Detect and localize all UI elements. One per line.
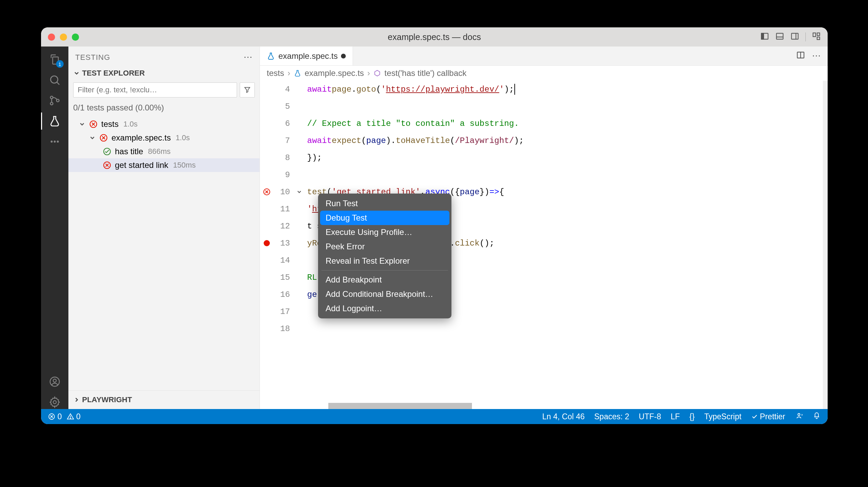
menu-item-execute-using-profile[interactable]: Execute Using Profile… (318, 225, 451, 239)
menu-separator (321, 270, 448, 271)
layout-sidebar-right-icon[interactable] (790, 32, 799, 42)
code-line[interactable]: 18 (260, 320, 828, 337)
menu-item-add-conditional-breakpoint[interactable]: Add Conditional Breakpoint… (318, 287, 451, 301)
accounts-icon[interactable] (48, 375, 62, 389)
svg-line-11 (57, 82, 60, 85)
code-line[interactable]: 7 await expect(page).toHaveTitle(/Playwr… (260, 132, 828, 149)
svg-rect-9 (817, 37, 820, 40)
status-feedback-icon[interactable] (795, 411, 803, 422)
horizontal-scrollbar[interactable] (328, 403, 472, 409)
line-number: 18 (274, 320, 294, 337)
svg-point-14 (56, 99, 59, 102)
test-explorer-section[interactable]: TEST EXPLORER (68, 66, 260, 80)
tree-folder-tests[interactable]: tests 1.0s (68, 117, 260, 131)
breadcrumb-separator: › (288, 68, 290, 78)
breadcrumb[interactable]: tests › example.spec.ts › test('has titl… (260, 66, 828, 81)
status-prettier[interactable]: Prettier (751, 412, 785, 421)
split-editor-icon[interactable] (796, 51, 805, 61)
fail-icon (263, 188, 271, 196)
svg-point-19 (53, 379, 56, 382)
menu-item-debug-test[interactable]: Debug Test (320, 211, 449, 225)
search-icon[interactable] (48, 73, 62, 87)
explorer-icon[interactable]: 1 (48, 53, 62, 66)
breadcrumb-item[interactable]: test('has title') callback (384, 68, 466, 78)
more-icon[interactable] (48, 135, 62, 148)
section-label: TEST EXPLORER (82, 69, 145, 78)
more-actions-icon[interactable]: ⋯ (812, 51, 821, 61)
svg-rect-7 (813, 33, 816, 37)
layout-panel-icon[interactable] (775, 32, 784, 42)
customize-layout-icon[interactable] (812, 32, 821, 42)
breadcrumb-item[interactable]: example.spec.ts (305, 68, 364, 78)
tab-label: example.spec.ts (278, 51, 338, 61)
tab-example-spec[interactable]: example.spec.ts (260, 47, 353, 65)
tree-label: tests (101, 119, 119, 129)
sidebar-more-icon[interactable]: ⋯ (244, 52, 253, 63)
testing-sidebar: TESTING ⋯ TEST EXPLORER 0/1 tests passed… (68, 47, 260, 409)
status-eol[interactable]: LF (671, 412, 680, 421)
editor-tabs: example.spec.ts ⋯ (260, 47, 828, 66)
settings-gear-icon[interactable] (48, 395, 62, 409)
layout-sidebar-left-icon[interactable] (760, 32, 769, 42)
source-control-icon[interactable] (48, 94, 62, 107)
minimize-window-button[interactable] (60, 34, 67, 41)
fail-icon (89, 120, 98, 129)
beaker-icon (294, 69, 301, 77)
status-bell-icon[interactable] (813, 411, 821, 422)
tree-time: 1.0s (175, 133, 190, 142)
code-line[interactable]: 9 (260, 166, 828, 183)
menu-item-peek-error[interactable]: Peek Error (318, 239, 451, 254)
code-line[interactable]: 8}); (260, 149, 828, 166)
status-position[interactable]: Ln 4, Col 46 (542, 412, 584, 421)
tab-dirty-indicator (341, 54, 346, 58)
line-number: 9 (274, 166, 294, 183)
breadcrumb-separator: › (367, 68, 370, 78)
line-number: 13 (274, 235, 294, 252)
tree-test-has-title[interactable]: has title 866ms (68, 145, 260, 158)
menu-item-add-breakpoint[interactable]: Add Breakpoint (318, 273, 451, 287)
chevron-down-icon (73, 70, 80, 77)
menu-item-run-test[interactable]: Run Test (318, 196, 451, 211)
tree-time: 150ms (173, 161, 196, 170)
status-language[interactable]: TypeScript (704, 412, 741, 421)
tree-file-example[interactable]: example.spec.ts 1.0s (68, 131, 260, 145)
tree-label: get started link (115, 160, 168, 170)
playwright-section[interactable]: PLAYWRIGHT (68, 390, 260, 409)
testing-icon[interactable] (48, 114, 62, 128)
status-braces[interactable]: {} (689, 412, 695, 421)
code-line[interactable]: 6 // Expect a title "to contain" a subst… (260, 115, 828, 132)
symbol-icon (373, 69, 381, 77)
breadcrumb-item[interactable]: tests (267, 68, 284, 78)
svg-point-20 (53, 401, 56, 404)
status-encoding[interactable]: UTF-8 (639, 412, 661, 421)
line-number: 7 (274, 132, 294, 149)
beaker-icon (267, 52, 275, 60)
code-editor[interactable]: 4 await page.goto('https://playwright.de… (260, 81, 828, 409)
svg-rect-5 (791, 33, 798, 39)
line-number: 4 (274, 81, 294, 98)
line-number: 14 (274, 252, 294, 269)
menu-item-reveal-in-test-explorer[interactable]: Reveal in Test Explorer (318, 254, 451, 268)
fail-icon (103, 161, 111, 170)
svg-point-31 (798, 413, 800, 416)
chevron-down-icon[interactable] (296, 189, 302, 195)
fail-icon (99, 133, 108, 142)
explorer-badge: 1 (56, 60, 64, 68)
breakpoint-icon[interactable] (264, 240, 270, 246)
code-line[interactable]: 5 (260, 98, 828, 115)
status-warnings[interactable]: 0 (67, 412, 81, 421)
window-title: example.spec.ts — docs (388, 32, 481, 42)
maximize-window-button[interactable] (72, 34, 79, 41)
chevron-right-icon (73, 396, 80, 403)
menu-item-add-logpoint[interactable]: Add Logpoint… (318, 301, 451, 316)
tree-test-get-started-link[interactable]: get started link 150ms (68, 158, 260, 172)
status-spaces[interactable]: Spaces: 2 (594, 412, 629, 421)
line-number: 17 (274, 303, 294, 320)
context-menu: Run TestDebug TestExecute Using Profile…… (318, 194, 451, 318)
filter-button[interactable] (240, 82, 255, 97)
code-line[interactable]: 4 await page.goto('https://playwright.de… (260, 81, 828, 98)
filter-input[interactable] (73, 82, 237, 97)
status-errors[interactable]: 0 (48, 412, 62, 421)
close-window-button[interactable] (48, 34, 55, 41)
minimap[interactable] (823, 81, 828, 409)
